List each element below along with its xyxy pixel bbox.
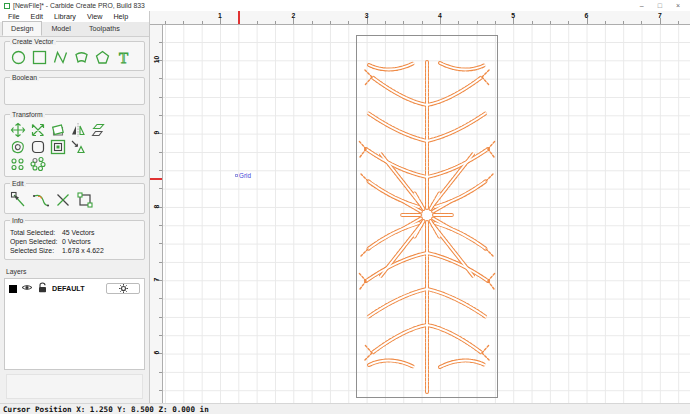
info-label: Info <box>10 217 25 224</box>
horizontal-ruler: 1234567 <box>150 11 690 25</box>
menu-edit[interactable]: Edit <box>26 12 48 21</box>
ruler-tick <box>159 225 162 226</box>
info-open-selected: Open Selected: 0 Vectors <box>10 238 140 245</box>
ruler-tick <box>641 21 642 24</box>
ruler-tick <box>330 21 331 24</box>
ruler-tick <box>348 21 349 24</box>
ruler-label-y: 6 <box>153 346 160 359</box>
info-group: Info Total Selected: 45 Vectors Open Sel… <box>4 220 145 260</box>
cursor-marker-y <box>150 178 163 180</box>
join-vectors-tool[interactable] <box>76 191 94 209</box>
ruler-tick <box>568 21 569 24</box>
fillet-tool[interactable] <box>30 139 46 155</box>
ruler-tick <box>422 21 423 24</box>
ruler-label-x: 4 <box>438 12 442 19</box>
ruler-label-x: 3 <box>365 12 369 19</box>
ruler-tick <box>623 21 624 24</box>
linear-array-tool[interactable] <box>10 156 26 172</box>
ruler-tick <box>159 152 162 153</box>
menu-view[interactable]: View <box>82 12 107 21</box>
cursor-marker-x <box>238 11 240 25</box>
ruler-tick <box>275 21 276 24</box>
polygon-tool[interactable] <box>94 49 111 66</box>
maximize-button[interactable]: □ <box>658 2 662 9</box>
boolean-label: Boolean <box>10 74 39 81</box>
layer-color-swatch[interactable] <box>9 285 17 293</box>
ruler-tick <box>159 335 162 336</box>
edit-group: Edit <box>4 183 145 214</box>
transform-group: Transform <box>4 114 145 177</box>
status-bar: Cursor Position X: 1.250 Y: 8.500 Z: 0.0… <box>0 403 690 414</box>
ruler-tick <box>159 243 162 244</box>
trim-vectors-tool[interactable] <box>54 191 72 209</box>
app-icon <box>4 3 10 9</box>
rectangle-tool[interactable] <box>31 49 48 66</box>
menu-file[interactable]: File <box>3 12 25 21</box>
ruler-tick <box>678 21 679 24</box>
shear-tool[interactable] <box>90 122 106 138</box>
info-total-selected: Total Selected: 45 Vectors <box>10 229 140 236</box>
layer-row[interactable]: DEFAULT <box>5 279 144 298</box>
layer-visibility-icon[interactable] <box>21 283 33 294</box>
title-bar: [NewFile]* - Carbide Create PRO, Build 8… <box>0 0 690 11</box>
text-tool[interactable]: T <box>115 49 132 66</box>
layers-list: DEFAULT <box>4 278 145 370</box>
sidebar: File Edit Library View Help Design Model… <box>0 11 150 403</box>
tab-bar: Design Model Toolpaths <box>0 22 149 37</box>
spiderweb-vectors[interactable] <box>356 35 498 398</box>
curve-edit-tool[interactable] <box>32 191 50 209</box>
node-edit-tool[interactable] <box>10 191 28 209</box>
ruler-tick <box>312 21 313 24</box>
drawing-canvas[interactable]: Grid <box>163 25 690 403</box>
tab-design[interactable]: Design <box>2 21 42 36</box>
flip-tool[interactable] <box>70 122 86 138</box>
canvas-area: 1234567 109876 Grid <box>150 11 690 403</box>
ruler-tick <box>605 21 606 24</box>
ruler-tick <box>458 21 459 24</box>
minimize-button[interactable]: – <box>640 2 644 9</box>
layer-name: DEFAULT <box>52 284 85 293</box>
ruler-label-x: 6 <box>585 12 589 19</box>
ruler-tick <box>183 21 184 24</box>
polyline-tool[interactable] <box>52 49 69 66</box>
menu-help[interactable]: Help <box>108 12 133 21</box>
ruler-label-x: 5 <box>511 12 515 19</box>
curve-tool[interactable] <box>73 49 90 66</box>
ruler-tick <box>159 97 162 98</box>
create-vector-label: Create Vector <box>10 38 56 45</box>
ruler-tick <box>477 21 478 24</box>
grid-label: Grid <box>235 172 251 179</box>
move-tool[interactable] <box>10 122 26 138</box>
ruler-tick <box>159 262 162 263</box>
layer-settings-button[interactable] <box>106 283 140 294</box>
ruler-tick <box>495 21 496 24</box>
tab-model[interactable]: Model <box>42 21 80 36</box>
app-window: [NewFile]* - Carbide Create PRO, Build 8… <box>0 0 690 414</box>
nested-align-tool[interactable] <box>50 139 66 155</box>
ruler-tick <box>159 298 162 299</box>
info-selected-size: Selected Size: 1.678 x 4.622 <box>10 247 140 254</box>
close-button[interactable]: × <box>676 2 680 9</box>
grid-icon <box>235 174 238 177</box>
circular-array-tool[interactable] <box>30 156 46 172</box>
rotate-tool[interactable] <box>50 122 66 138</box>
cursor-position: Cursor Position X: 1.250 Y: 8.500 Z: 0.0… <box>3 405 209 414</box>
design-panel: Create Vector T Boolean T <box>0 37 149 403</box>
menu-library[interactable]: Library <box>49 12 81 21</box>
ruler-label-x: 7 <box>658 12 662 19</box>
ruler-tick <box>385 21 386 24</box>
gear-icon <box>118 283 129 294</box>
layer-lock-icon[interactable] <box>37 282 48 295</box>
ruler-tick <box>159 170 162 171</box>
ruler-tick <box>159 390 162 391</box>
ruler-tick <box>159 372 162 373</box>
ruler-label-y: 7 <box>153 273 160 286</box>
circle-tool[interactable] <box>10 49 27 66</box>
ruler-label-y: 9 <box>153 126 160 139</box>
ruler-tick <box>403 21 404 24</box>
offset-tool[interactable] <box>10 139 26 155</box>
edit-label: Edit <box>10 180 26 187</box>
trim-tool[interactable] <box>70 139 86 155</box>
tab-toolpaths[interactable]: Toolpaths <box>80 21 129 36</box>
scale-tool[interactable] <box>30 122 46 138</box>
